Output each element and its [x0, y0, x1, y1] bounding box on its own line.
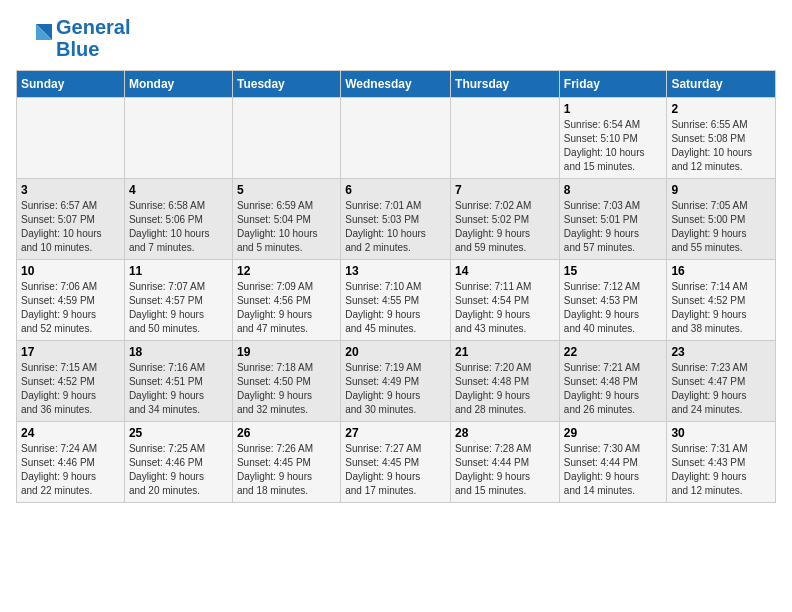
day-number: 18: [129, 345, 228, 359]
day-number: 8: [564, 183, 663, 197]
day-number: 20: [345, 345, 446, 359]
day-info: Sunrise: 7:06 AM Sunset: 4:59 PM Dayligh…: [21, 280, 120, 336]
day-info: Sunrise: 7:21 AM Sunset: 4:48 PM Dayligh…: [564, 361, 663, 417]
calendar-cell: 29Sunrise: 7:30 AM Sunset: 4:44 PM Dayli…: [559, 422, 667, 503]
calendar-week-4: 17Sunrise: 7:15 AM Sunset: 4:52 PM Dayli…: [17, 341, 776, 422]
day-info: Sunrise: 7:05 AM Sunset: 5:00 PM Dayligh…: [671, 199, 771, 255]
day-info: Sunrise: 7:27 AM Sunset: 4:45 PM Dayligh…: [345, 442, 446, 498]
day-number: 6: [345, 183, 446, 197]
day-info: Sunrise: 7:15 AM Sunset: 4:52 PM Dayligh…: [21, 361, 120, 417]
day-info: Sunrise: 7:10 AM Sunset: 4:55 PM Dayligh…: [345, 280, 446, 336]
calendar-cell: 28Sunrise: 7:28 AM Sunset: 4:44 PM Dayli…: [451, 422, 560, 503]
calendar-cell: 30Sunrise: 7:31 AM Sunset: 4:43 PM Dayli…: [667, 422, 776, 503]
day-number: 3: [21, 183, 120, 197]
day-number: 1: [564, 102, 663, 116]
day-info: Sunrise: 7:23 AM Sunset: 4:47 PM Dayligh…: [671, 361, 771, 417]
calendar-cell: 24Sunrise: 7:24 AM Sunset: 4:46 PM Dayli…: [17, 422, 125, 503]
calendar-cell: 17Sunrise: 7:15 AM Sunset: 4:52 PM Dayli…: [17, 341, 125, 422]
calendar-week-2: 3Sunrise: 6:57 AM Sunset: 5:07 PM Daylig…: [17, 179, 776, 260]
logo-icon: [16, 20, 52, 56]
day-number: 11: [129, 264, 228, 278]
day-number: 22: [564, 345, 663, 359]
calendar-cell: 22Sunrise: 7:21 AM Sunset: 4:48 PM Dayli…: [559, 341, 667, 422]
day-number: 29: [564, 426, 663, 440]
day-info: Sunrise: 7:26 AM Sunset: 4:45 PM Dayligh…: [237, 442, 336, 498]
day-info: Sunrise: 7:16 AM Sunset: 4:51 PM Dayligh…: [129, 361, 228, 417]
calendar-cell: 2Sunrise: 6:55 AM Sunset: 5:08 PM Daylig…: [667, 98, 776, 179]
calendar-cell: 4Sunrise: 6:58 AM Sunset: 5:06 PM Daylig…: [124, 179, 232, 260]
day-number: 19: [237, 345, 336, 359]
day-number: 4: [129, 183, 228, 197]
day-info: Sunrise: 7:01 AM Sunset: 5:03 PM Dayligh…: [345, 199, 446, 255]
day-info: Sunrise: 7:30 AM Sunset: 4:44 PM Dayligh…: [564, 442, 663, 498]
calendar-cell: 1Sunrise: 6:54 AM Sunset: 5:10 PM Daylig…: [559, 98, 667, 179]
calendar-cell: 19Sunrise: 7:18 AM Sunset: 4:50 PM Dayli…: [232, 341, 340, 422]
day-number: 2: [671, 102, 771, 116]
day-number: 15: [564, 264, 663, 278]
calendar-week-3: 10Sunrise: 7:06 AM Sunset: 4:59 PM Dayli…: [17, 260, 776, 341]
col-header-wednesday: Wednesday: [341, 71, 451, 98]
calendar-cell: 10Sunrise: 7:06 AM Sunset: 4:59 PM Dayli…: [17, 260, 125, 341]
col-header-friday: Friday: [559, 71, 667, 98]
calendar-cell: [451, 98, 560, 179]
calendar-cell: 15Sunrise: 7:12 AM Sunset: 4:53 PM Dayli…: [559, 260, 667, 341]
day-info: Sunrise: 7:11 AM Sunset: 4:54 PM Dayligh…: [455, 280, 555, 336]
day-number: 25: [129, 426, 228, 440]
day-number: 14: [455, 264, 555, 278]
calendar-cell: 23Sunrise: 7:23 AM Sunset: 4:47 PM Dayli…: [667, 341, 776, 422]
day-info: Sunrise: 7:03 AM Sunset: 5:01 PM Dayligh…: [564, 199, 663, 255]
calendar-cell: [341, 98, 451, 179]
day-number: 17: [21, 345, 120, 359]
calendar-cell: 8Sunrise: 7:03 AM Sunset: 5:01 PM Daylig…: [559, 179, 667, 260]
day-number: 30: [671, 426, 771, 440]
calendar-cell: [124, 98, 232, 179]
col-header-monday: Monday: [124, 71, 232, 98]
calendar-cell: 3Sunrise: 6:57 AM Sunset: 5:07 PM Daylig…: [17, 179, 125, 260]
calendar-cell: 5Sunrise: 6:59 AM Sunset: 5:04 PM Daylig…: [232, 179, 340, 260]
day-info: Sunrise: 7:14 AM Sunset: 4:52 PM Dayligh…: [671, 280, 771, 336]
day-info: Sunrise: 7:24 AM Sunset: 4:46 PM Dayligh…: [21, 442, 120, 498]
day-info: Sunrise: 7:12 AM Sunset: 4:53 PM Dayligh…: [564, 280, 663, 336]
col-header-tuesday: Tuesday: [232, 71, 340, 98]
logo-line2: Blue: [56, 38, 99, 60]
day-info: Sunrise: 7:31 AM Sunset: 4:43 PM Dayligh…: [671, 442, 771, 498]
day-number: 12: [237, 264, 336, 278]
calendar-cell: 26Sunrise: 7:26 AM Sunset: 4:45 PM Dayli…: [232, 422, 340, 503]
calendar-cell: 14Sunrise: 7:11 AM Sunset: 4:54 PM Dayli…: [451, 260, 560, 341]
calendar-cell: 11Sunrise: 7:07 AM Sunset: 4:57 PM Dayli…: [124, 260, 232, 341]
calendar-table: SundayMondayTuesdayWednesdayThursdayFrid…: [16, 70, 776, 503]
col-header-thursday: Thursday: [451, 71, 560, 98]
day-number: 10: [21, 264, 120, 278]
day-info: Sunrise: 7:28 AM Sunset: 4:44 PM Dayligh…: [455, 442, 555, 498]
day-number: 7: [455, 183, 555, 197]
logo-text: General Blue: [56, 16, 130, 60]
day-number: 26: [237, 426, 336, 440]
day-info: Sunrise: 6:59 AM Sunset: 5:04 PM Dayligh…: [237, 199, 336, 255]
day-number: 13: [345, 264, 446, 278]
col-header-sunday: Sunday: [17, 71, 125, 98]
day-info: Sunrise: 7:25 AM Sunset: 4:46 PM Dayligh…: [129, 442, 228, 498]
page-header: General Blue: [16, 16, 776, 60]
logo: General Blue: [16, 16, 130, 60]
calendar-cell: 9Sunrise: 7:05 AM Sunset: 5:00 PM Daylig…: [667, 179, 776, 260]
day-info: Sunrise: 6:55 AM Sunset: 5:08 PM Dayligh…: [671, 118, 771, 174]
calendar-cell: [17, 98, 125, 179]
day-info: Sunrise: 6:57 AM Sunset: 5:07 PM Dayligh…: [21, 199, 120, 255]
day-info: Sunrise: 7:20 AM Sunset: 4:48 PM Dayligh…: [455, 361, 555, 417]
day-info: Sunrise: 7:09 AM Sunset: 4:56 PM Dayligh…: [237, 280, 336, 336]
calendar-cell: 21Sunrise: 7:20 AM Sunset: 4:48 PM Dayli…: [451, 341, 560, 422]
day-number: 21: [455, 345, 555, 359]
calendar-cell: 16Sunrise: 7:14 AM Sunset: 4:52 PM Dayli…: [667, 260, 776, 341]
calendar-cell: 27Sunrise: 7:27 AM Sunset: 4:45 PM Dayli…: [341, 422, 451, 503]
day-info: Sunrise: 7:02 AM Sunset: 5:02 PM Dayligh…: [455, 199, 555, 255]
calendar-cell: 20Sunrise: 7:19 AM Sunset: 4:49 PM Dayli…: [341, 341, 451, 422]
day-info: Sunrise: 6:54 AM Sunset: 5:10 PM Dayligh…: [564, 118, 663, 174]
calendar-week-1: 1Sunrise: 6:54 AM Sunset: 5:10 PM Daylig…: [17, 98, 776, 179]
calendar-week-5: 24Sunrise: 7:24 AM Sunset: 4:46 PM Dayli…: [17, 422, 776, 503]
day-number: 27: [345, 426, 446, 440]
day-number: 9: [671, 183, 771, 197]
day-info: Sunrise: 7:19 AM Sunset: 4:49 PM Dayligh…: [345, 361, 446, 417]
calendar-cell: 6Sunrise: 7:01 AM Sunset: 5:03 PM Daylig…: [341, 179, 451, 260]
day-info: Sunrise: 6:58 AM Sunset: 5:06 PM Dayligh…: [129, 199, 228, 255]
calendar-cell: 13Sunrise: 7:10 AM Sunset: 4:55 PM Dayli…: [341, 260, 451, 341]
